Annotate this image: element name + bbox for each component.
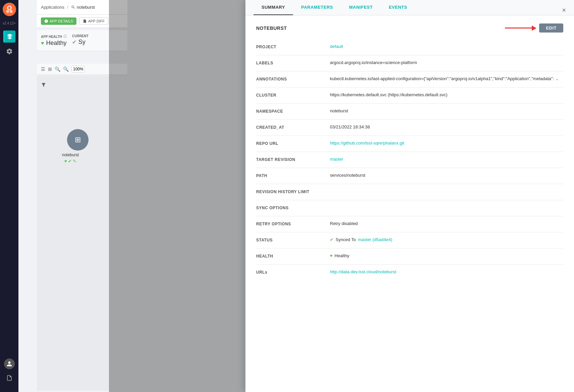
- breadcrumb-separator: /: [67, 5, 68, 10]
- tab-summary[interactable]: SUMMARY: [253, 0, 293, 15]
- expand-annotations-icon[interactable]: ⌄: [555, 76, 559, 81]
- repo-url-link[interactable]: https://github.com/lsst-sqre/phalanx.git: [330, 141, 404, 146]
- app-health-value: ♥ Healthy: [41, 40, 67, 47]
- value-status: ✔ Synced To master (d5ad4e4): [330, 237, 563, 242]
- sidebar-nav: [3, 31, 15, 358]
- label-namespace: NAMESPACE: [256, 108, 330, 114]
- label-cluster: CLUSTER: [256, 92, 330, 98]
- label-sync-options: SYNC OPTIONS: [256, 205, 330, 210]
- field-urls: URLs http://data-dev.lsst.cloud/noteburs…: [256, 265, 563, 281]
- sidebar-item-gear[interactable]: [3, 45, 15, 57]
- health-heart-icon: ♥: [330, 253, 333, 258]
- field-path: PATH services/noteburst: [256, 168, 563, 184]
- modal-body: NOTEBURST EDIT PROJECT default LABELS ar…: [245, 15, 574, 392]
- sidebar-version: v2.4.12+: [3, 21, 16, 25]
- label-retry-options: RETRY OPTIONS: [256, 221, 330, 226]
- field-labels: LABELS argocd.argoproj.io/instance=scien…: [256, 55, 563, 71]
- value-project: default: [330, 44, 563, 49]
- label-status: STATUS: [256, 237, 330, 242]
- app-details-button[interactable]: APP DETAILS: [41, 17, 76, 25]
- applications-link[interactable]: Applications: [41, 5, 64, 10]
- arrow-line: [505, 27, 532, 29]
- app-diff-button[interactable]: APP DIFF: [79, 17, 108, 25]
- svg-point-3: [8, 6, 10, 9]
- label-urls: URLs: [256, 269, 330, 275]
- health-text: Healthy: [335, 253, 349, 258]
- label-health: HEALTH: [256, 253, 330, 259]
- layers-node-icon: ⊞: [75, 135, 81, 144]
- app-logo[interactable]: [3, 3, 16, 16]
- grid-icon[interactable]: ⊞: [48, 66, 52, 72]
- target-revision-link[interactable]: master: [330, 157, 343, 162]
- modal-close-button[interactable]: ×: [559, 5, 569, 15]
- field-retry-options: RETRY OPTIONS Retry disabled: [256, 216, 563, 232]
- field-revision-history-limit: REVISION HISTORY LIMIT: [256, 184, 563, 200]
- tab-parameters[interactable]: PARAMETERS: [293, 0, 341, 15]
- edit-button[interactable]: EDIT: [539, 23, 563, 33]
- tab-manifest[interactable]: MANIFEST: [341, 0, 381, 15]
- zoom-in-icon[interactable]: 🔍: [55, 66, 60, 72]
- search-text: noteburst: [77, 5, 95, 10]
- synced-check-icon: ✔: [330, 237, 334, 242]
- list-icon[interactable]: ☰: [41, 66, 45, 72]
- current-sync-title: CURRENT: [72, 34, 89, 38]
- node-check-badge[interactable]: ✔: [68, 159, 72, 164]
- app-diff-label: APP DIFF: [88, 19, 105, 23]
- section-title: NOTEBURST EDIT: [256, 23, 563, 33]
- node-label: noteburst: [62, 153, 79, 157]
- field-annotations: ANNOTATIONS kubectl.kubernetes.io/last-a…: [256, 71, 563, 88]
- node-badges: ♥ ✔ ✎: [64, 159, 76, 164]
- node-heart-badge[interactable]: ♥: [64, 159, 67, 164]
- field-sync-options: SYNC OPTIONS: [256, 200, 563, 216]
- project-link[interactable]: default: [330, 44, 343, 49]
- sidebar-item-layers[interactable]: [3, 31, 15, 43]
- field-namespace: NAMESPACE noteburst: [256, 104, 563, 120]
- field-target-revision: TARGET REVISION master: [256, 152, 563, 168]
- detail-modal: × SUMMARY PARAMETERS MANIFEST EVENTS NOT…: [245, 0, 574, 392]
- value-repo-url: https://github.com/lsst-sqre/phalanx.git: [330, 141, 563, 146]
- value-urls: http://data-dev.lsst.cloud/noteburst: [330, 269, 563, 274]
- search-bar[interactable]: noteburst: [71, 5, 95, 10]
- synced-prefix: Synced To: [336, 237, 356, 242]
- app-details-label: APP DETAILS: [50, 19, 73, 23]
- value-retry-options: Retry disabled: [330, 221, 563, 226]
- label-annotations: ANNOTATIONS: [256, 76, 330, 81]
- value-labels: argocd.argoproj.io/instance=science-plat…: [330, 60, 563, 65]
- field-status: STATUS ✔ Synced To master (d5ad4e4): [256, 232, 563, 248]
- value-path: services/noteburst: [330, 173, 563, 178]
- app-health-title: APP HEALTH ⓘ: [41, 34, 67, 39]
- app-health-card: APP HEALTH ⓘ ♥ Healthy: [41, 34, 67, 47]
- node-edit-badge[interactable]: ✎: [73, 159, 76, 164]
- label-path: PATH: [256, 173, 330, 178]
- label-target-revision: TARGET REVISION: [256, 157, 330, 162]
- synced-link[interactable]: master (d5ad4e4): [358, 237, 392, 242]
- urls-link[interactable]: http://data-dev.lsst.cloud/noteburst: [330, 269, 396, 274]
- sidebar-item-docs[interactable]: [3, 372, 15, 384]
- sidebar: v2.4.12+: [0, 0, 18, 392]
- value-created-at: 03/21/2022 18:34:38: [330, 124, 563, 129]
- field-repo-url: REPO URL https://github.com/lsst-sqre/ph…: [256, 136, 563, 152]
- zoom-out-icon[interactable]: 🔍: [63, 66, 69, 72]
- tab-events[interactable]: EVENTS: [381, 0, 415, 15]
- label-labels: LABELS: [256, 60, 330, 65]
- sidebar-bottom: [3, 358, 15, 389]
- label-created-at: CREATED_AT: [256, 124, 330, 130]
- label-revision-history-limit: REVISION HISTORY LIMIT: [256, 189, 330, 194]
- heart-icon: ♥: [41, 40, 44, 46]
- svg-point-2: [9, 10, 12, 13]
- filter-icon[interactable]: [41, 82, 46, 89]
- user-avatar[interactable]: [4, 358, 15, 369]
- svg-point-1: [6, 10, 9, 13]
- arrow-head: [532, 25, 536, 31]
- value-namespace: noteburst: [330, 108, 563, 113]
- check-icon: ✔: [72, 39, 76, 45]
- value-target-revision: master: [330, 157, 563, 162]
- current-sync-card: CURRENT ✔ Sy: [72, 34, 89, 47]
- value-cluster: https://kubernetes.default.svc (https://…: [330, 92, 563, 97]
- zoom-input[interactable]: [71, 66, 85, 72]
- status-synced-container: ✔ Synced To master (d5ad4e4): [330, 237, 563, 242]
- field-created-at: CREATED_AT 03/21/2022 18:34:38: [256, 120, 563, 136]
- field-cluster: CLUSTER https://kubernetes.default.svc (…: [256, 88, 563, 104]
- value-annotations: kubectl.kubernetes.io/last-applied-confi…: [330, 76, 563, 81]
- node-circle[interactable]: ⊞: [67, 129, 89, 151]
